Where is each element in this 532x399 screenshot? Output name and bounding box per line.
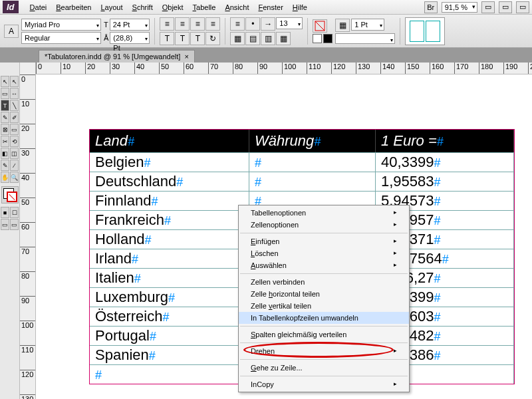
menu-hilfe[interactable]: Hilfe	[288, 3, 312, 11]
table-cell[interactable]: Finnland#	[90, 192, 249, 210]
stroke-proxy-icon[interactable]	[313, 19, 327, 33]
table-row[interactable]: Deutschland##1,95583#	[90, 172, 514, 191]
weight-dropdown[interactable]: Regular	[21, 32, 101, 44]
table-cell[interactable]: Spanien#	[90, 346, 249, 364]
table-cell[interactable]: #	[249, 172, 376, 191]
mode-normal[interactable]: ▭	[1, 219, 9, 230]
ctx-item[interactable]: Einfügen▸	[239, 235, 409, 247]
size-dropdown[interactable]: 24 Pt	[110, 19, 150, 31]
page-preset[interactable]	[405, 17, 445, 45]
align-justify-icon[interactable]: ≡	[205, 17, 220, 31]
table-cell[interactable]: Italien#	[90, 269, 249, 287]
ctx-item[interactable]: Tabellenoptionen▸	[239, 207, 409, 219]
valign-top-icon[interactable]: T	[160, 32, 174, 45]
table-cell[interactable]: 1,95583#	[376, 172, 514, 191]
ctx-item[interactable]: Zellen verbinden	[239, 276, 409, 288]
header-cell[interactable]: 1 Euro =#	[376, 130, 514, 152]
direct-tool[interactable]: ↖	[10, 76, 19, 87]
hand-tool[interactable]: ✋	[1, 172, 9, 183]
align-center-icon[interactable]: ≡	[175, 17, 190, 31]
line-tool[interactable]: ╲	[10, 100, 19, 111]
valign-bot-icon[interactable]: T	[190, 32, 205, 45]
zoom-dropdown[interactable]: 91,5 %	[442, 2, 477, 13]
gradient-tool[interactable]: ◧	[1, 148, 9, 159]
table-cell[interactable]: Luxemburg#	[90, 288, 249, 307]
header-cell[interactable]: Land#	[90, 130, 249, 152]
ctx-item[interactable]: Drehen▸	[239, 345, 409, 357]
note-tool[interactable]: ✎	[1, 160, 9, 171]
stroke-swatch[interactable]	[323, 34, 332, 43]
menu-objekt[interactable]: Objekt	[158, 3, 188, 11]
menu-layout[interactable]: Layout	[96, 3, 127, 11]
valign-mid-icon[interactable]: T	[175, 32, 190, 45]
screen-mode-icon[interactable]: ▭	[499, 1, 512, 13]
split-v-icon[interactable]: ▥	[261, 32, 275, 45]
table-cell[interactable]: #	[249, 153, 376, 172]
pen-tool[interactable]: ✎	[1, 112, 9, 123]
menu-tabelle[interactable]: Tabelle	[188, 3, 221, 11]
view-mode-icon[interactable]: ▭	[481, 1, 495, 13]
ctx-item[interactable]: InCopy▸	[239, 378, 409, 390]
swatch-tool[interactable]: ◫	[10, 148, 19, 159]
menu-datei[interactable]: Datei	[25, 3, 52, 11]
pencil-tool[interactable]: ✐	[10, 112, 19, 123]
cols-input[interactable]: 13	[276, 17, 303, 29]
stroke-weight[interactable]: 1 Pt	[351, 19, 384, 31]
zoom-tool[interactable]: 🔍	[10, 172, 19, 183]
table-cell[interactable]: #	[90, 365, 249, 384]
apply-color[interactable]: ■	[1, 207, 9, 218]
indent-icon[interactable]: →	[261, 17, 275, 31]
list-icon[interactable]: ≡	[230, 17, 245, 31]
ctx-item[interactable]: Zellenoptionen▸	[239, 219, 409, 231]
rect-tool[interactable]: ▭	[10, 124, 19, 135]
bullet-icon[interactable]: •	[245, 17, 260, 31]
transform-tool[interactable]: ⟲	[10, 136, 19, 147]
close-icon[interactable]: ×	[184, 53, 188, 61]
split-h-icon[interactable]: ▤	[245, 32, 260, 45]
scissors-tool[interactable]: ✂	[1, 136, 9, 147]
arrange-icon[interactable]: ▭	[516, 1, 529, 13]
leading-dropdown[interactable]: (28,8) Pt	[110, 32, 150, 44]
page-tool[interactable]: ▭	[1, 88, 9, 99]
table-row[interactable]: Belgien##40,3399#	[90, 152, 514, 172]
gap-tool[interactable]: ↔	[10, 88, 19, 99]
ctx-item[interactable]: Gehe zu Zeile...	[239, 362, 409, 374]
table-cell[interactable]: Frankreich#	[90, 211, 249, 229]
table-cell[interactable]: Portugal#	[90, 327, 249, 345]
bridge-icon[interactable]: Br	[424, 1, 438, 13]
rotate-icon[interactable]: ↻	[205, 32, 220, 45]
type-tool[interactable]: T	[1, 100, 9, 111]
mode-preview[interactable]: ▭	[10, 219, 19, 230]
frame-tool[interactable]: ⊠	[1, 124, 9, 135]
stroke-style[interactable]	[335, 33, 395, 44]
table-cell[interactable]: Österreich#	[90, 307, 249, 326]
ctx-item[interactable]: Zelle horizontal teilen	[239, 288, 409, 300]
menu-ansicht[interactable]: Ansicht	[220, 3, 253, 11]
table-cell[interactable]: Irland#	[90, 249, 249, 268]
table-cell[interactable]: Deutschland#	[90, 172, 249, 191]
ctx-item[interactable]: In Tabellenkopfzeilen umwandeln	[239, 312, 409, 324]
align-left-icon[interactable]: ≡	[160, 17, 174, 31]
table-cell[interactable]: 40,3399#	[376, 153, 514, 172]
menu-fenster[interactable]: Fenster	[253, 3, 287, 11]
font-dropdown[interactable]: Myriad Pro	[21, 19, 101, 31]
fill-stroke-proxy[interactable]	[1, 186, 19, 203]
char-panel-icon[interactable]: A	[4, 25, 19, 38]
ctx-item[interactable]: Spalten gleichmäßig verteilen	[239, 329, 409, 340]
table-cell[interactable]: Belgien#	[90, 153, 249, 172]
merge-icon[interactable]: ▦	[230, 32, 245, 45]
table-icon[interactable]: ▦	[276, 32, 291, 45]
apply-none[interactable]: ☐	[10, 207, 19, 218]
ctx-item[interactable]: Auswählen▸	[239, 259, 409, 271]
table-cell[interactable]: Holland#	[90, 230, 249, 249]
header-cell[interactable]: Währung#	[249, 130, 376, 152]
selection-tool[interactable]: ↖	[1, 76, 9, 87]
align-right-icon[interactable]: ≡	[190, 17, 205, 31]
ctx-item[interactable]: Löschen▸	[239, 247, 409, 259]
ctx-item[interactable]: Zelle vertikal teilen	[239, 300, 409, 312]
cell-stroke-icon[interactable]: ▦	[335, 19, 350, 32]
menu-schrift[interactable]: Schrift	[128, 3, 158, 11]
menu-bearbeiten[interactable]: Bearbeiten	[51, 3, 96, 11]
eyedropper-tool[interactable]: ⁄	[10, 160, 19, 171]
fill-swatch[interactable]	[313, 34, 322, 43]
